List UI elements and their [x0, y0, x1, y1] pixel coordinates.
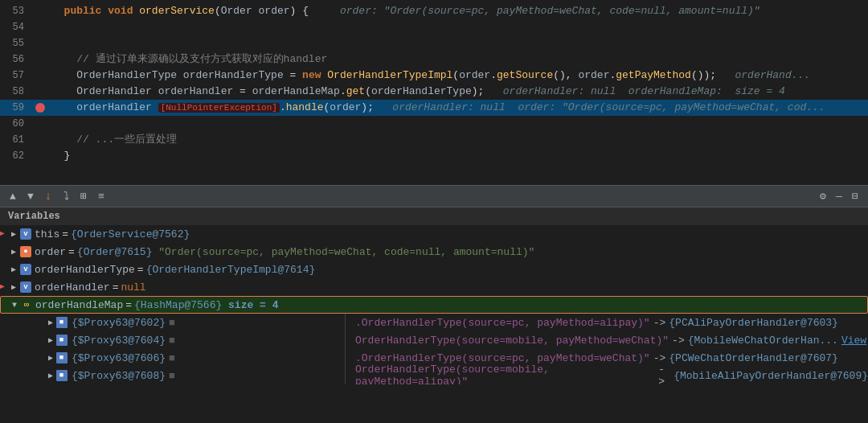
var-eq-this: = [62, 228, 68, 240]
entry1-key: .OrderHandlerType(source=pc, payMethod=a… [355, 317, 650, 329]
bottom-rows: ▶ ■ {$Proxy63@7602} ■ ▶ ■ {$Proxy63@7604… [0, 314, 868, 384]
var-name-orderhandlemap: orderHandleMap [35, 299, 123, 311]
divider-left: ▲ ▼ ↓ ⤵ ⊞ ≡ [6, 190, 108, 203]
var-eq-orderhandlemap: = [125, 299, 132, 311]
settings-icon[interactable]: ⚙ [817, 190, 829, 203]
entry4-arrow: -> [658, 363, 670, 384]
divider-right: ⚙ — ⊟ [817, 190, 862, 203]
entry3-val: {PCWeChatOrderHandler@7607} [669, 352, 838, 364]
grid-layout-icon[interactable]: ⊟ [849, 190, 862, 203]
right-entry-2[interactable]: OrderHandlerType(source=mobile, payMetho… [346, 331, 868, 349]
table-view-icon[interactable]: ⊞ [77, 190, 90, 203]
arrow-this: ➤ [0, 225, 6, 243]
code-content-61: // ...一些后置处理 [48, 132, 868, 148]
var-eq-orderhandlertype: = [137, 264, 144, 276]
bottom-left: ▶ ■ {$Proxy63@7602} ■ ▶ ■ {$Proxy63@7604… [0, 314, 346, 384]
var-val-orderhandlemap: {HashMap@7566} [134, 299, 228, 311]
entry4-val: {MobileAliPayOrderHandler@7609} [674, 370, 868, 382]
expand-proxy7606[interactable]: ▶ [45, 352, 56, 363]
var-name-this: this [35, 228, 59, 240]
var-name-order: order [35, 246, 66, 258]
var-icon-orderhandlertype: v [19, 264, 32, 275]
expand-this-icon[interactable]: ▶ [8, 228, 19, 240]
var-icon-orderhandler: v [19, 281, 32, 293]
code-content-57: OrderHandlerType orderHandlerType = new … [48, 68, 868, 84]
map-entry-7606[interactable]: ▶ ■ {$Proxy63@7606} ■ [0, 349, 345, 367]
code-line-53: 53 public void orderService(Order order)… [0, 3, 868, 19]
expand-orderhandlertype-icon[interactable]: ▶ [8, 264, 19, 275]
code-lines: 53 public void orderService(Order order)… [0, 0, 868, 167]
var-str-order: "Order(source=pc, payMethod=weChat, code… [152, 246, 534, 258]
key-proxy7604: {$Proxy63@7604} [72, 335, 166, 347]
var-eq-order: = [68, 246, 75, 258]
icon-entry-7604: ■ [56, 335, 69, 346]
line-number-58: 58 [0, 86, 32, 97]
expand-proxy7604[interactable]: ▶ [45, 335, 56, 346]
map-entry-7608[interactable]: ▶ ■ {$Proxy63@7608} ■ [0, 367, 345, 384]
code-line-62: 62 } [0, 148, 868, 164]
line-number-59: 59 [0, 102, 32, 113]
entry1-val: {PCAliPayOrderHandler@7603} [669, 317, 838, 329]
divider-bar: ▲ ▼ ↓ ⤵ ⊞ ≡ ⚙ — ⊟ [0, 185, 868, 207]
val-proxy7604: ■ [169, 335, 175, 347]
step-down-icon[interactable]: ▼ [24, 190, 37, 203]
var-item-order[interactable]: ▶ ● order = {Order@7615} "Order(source=p… [0, 243, 868, 261]
right-entry-1[interactable]: .OrderHandlerType(source=pc, payMethod=a… [346, 314, 868, 331]
code-line-57: 57 OrderHandlerType orderHandlerType = n… [0, 68, 868, 84]
var-val-orderhandler: null [121, 281, 145, 294]
list-view-icon[interactable]: ≡ [95, 190, 108, 203]
var-val-this: {OrderService@7562} [71, 228, 190, 240]
entry4-key: OrderHandlerType(source=mobile, payMetho… [355, 363, 655, 384]
variables-panel: Variables ▶ v this = {OrderService@7562}… [0, 207, 868, 423]
expand-orderhandlemap-icon[interactable]: ▼ [9, 299, 20, 310]
code-content-59: orderHandler [NullPointerException].hand… [48, 100, 868, 116]
var-icon-order: ● [19, 246, 32, 257]
var-eq-orderhandler: = [113, 281, 119, 294]
var-item-orderhandlemap[interactable]: ▼ ∞ orderHandleMap = {HashMap@7566} size… [0, 296, 868, 314]
code-line-60: 60 [0, 116, 868, 132]
code-content-56: // 通过订单来源确以及支付方式获取对应的handler [48, 51, 868, 68]
line-number-57: 57 [0, 70, 32, 81]
code-content-53: public void orderService(Order order) { … [48, 3, 868, 19]
line-number-60: 60 [0, 118, 32, 129]
minimize-icon[interactable]: — [833, 190, 845, 203]
icon-entry-7608: ■ [56, 370, 69, 381]
code-line-54: 54 [0, 19, 868, 35]
var-icon-this: v [19, 228, 32, 240]
step-over-icon[interactable]: ⤵ [59, 190, 72, 203]
line-number-54: 54 [0, 22, 32, 33]
var-name-orderhandlertype: orderHandlerType [35, 264, 135, 276]
right-entry-4[interactable]: OrderHandlerType(source=mobile, payMetho… [346, 367, 868, 384]
gutter-59 [32, 103, 48, 113]
line-number-53: 53 [0, 6, 32, 17]
code-line-61: 61 // ...一些后置处理 [0, 132, 868, 148]
key-proxy7608: {$Proxy63@7608} [72, 370, 166, 382]
code-content-62: } [48, 148, 868, 164]
var-item-orderhandler[interactable]: ▶ v orderHandler = null ➤ [0, 278, 868, 296]
entry3-arrow: -> [653, 352, 666, 364]
var-item-this[interactable]: ▶ v this = {OrderService@7562} ➤ [0, 225, 868, 243]
expand-order-icon[interactable]: ▶ [8, 246, 19, 257]
expand-proxy7602[interactable]: ▶ [45, 317, 56, 328]
entry2-arrow: -> [672, 335, 685, 347]
map-entry-7602[interactable]: ▶ ■ {$Proxy63@7602} ■ [0, 314, 345, 331]
line-number-56: 56 [0, 54, 32, 65]
view-link[interactable]: View [841, 335, 866, 347]
expand-proxy7608[interactable]: ▶ [45, 370, 56, 381]
arrow-orderhandler: ➤ [0, 278, 6, 296]
val-proxy7602: ■ [169, 317, 175, 329]
step-up-icon[interactable]: ▲ [6, 190, 19, 203]
code-line-59: 59 orderHandler [NullPointerException].h… [0, 100, 868, 116]
expand-orderhandler-icon[interactable]: ▶ [8, 281, 19, 293]
code-line-56: 56 // 通过订单来源确以及支付方式获取对应的handler [0, 51, 868, 68]
resume-icon[interactable]: ↓ [42, 190, 55, 203]
entry2-val: {MobileWeChatOrderHan... [688, 335, 838, 347]
panel-title: Variables [0, 207, 868, 225]
var-val-orderhandlertype: {OrderHandlerTypeImpl@7614} [146, 264, 316, 276]
breakpoint-icon [35, 103, 45, 113]
var-name-orderhandler: orderHandler [35, 281, 110, 294]
var-item-orderhandlertype[interactable]: ▶ v orderHandlerType = {OrderHandlerType… [0, 261, 868, 278]
var-size-orderhandlemap: size = 4 [228, 299, 278, 311]
map-entry-7604[interactable]: ▶ ■ {$Proxy63@7604} ■ [0, 331, 345, 349]
line-number-61: 61 [0, 134, 32, 146]
